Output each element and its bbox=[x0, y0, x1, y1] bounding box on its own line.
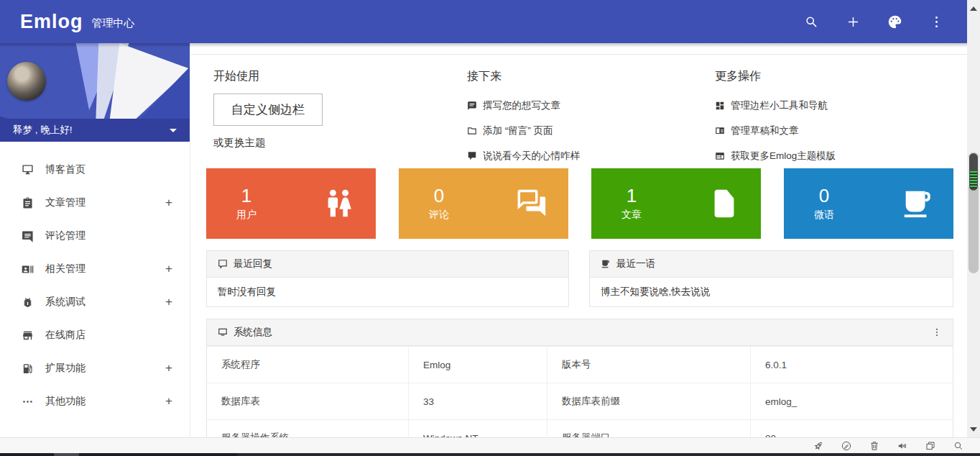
stat-label: 微语 bbox=[814, 209, 834, 222]
table-cell: 服务器操作系统 bbox=[207, 420, 408, 437]
expand-plus-icon[interactable]: + bbox=[165, 262, 172, 276]
sidebar-menu: 博客首页 文章管理 + 评论管理 bbox=[0, 142, 190, 418]
get-themes-link[interactable]: 获取更多Emlog主题模版 bbox=[715, 150, 836, 163]
stat-label: 文章 bbox=[621, 209, 642, 222]
chat-outline-icon bbox=[218, 259, 228, 269]
getting-started-column: 开始使用 自定义侧边栏 或更换主题 bbox=[213, 69, 323, 150]
sidebar-item-extensions[interactable]: 扩展功能 + bbox=[0, 352, 190, 385]
browser-toolbar bbox=[0, 437, 980, 453]
stat-label: 用户 bbox=[236, 209, 256, 222]
sidebar-item-blog-home[interactable]: 博客首页 bbox=[0, 153, 190, 186]
table-cell: 数据库表 bbox=[207, 383, 408, 419]
recent-replies-panel: 最近回复 暂时没有回复 bbox=[206, 250, 569, 307]
scroll-up-arrow-icon[interactable] bbox=[970, 6, 977, 11]
sidebar-item-label: 其他功能 bbox=[45, 395, 85, 408]
volume-icon[interactable] bbox=[897, 440, 908, 452]
taskbar-segment bbox=[54, 453, 79, 456]
trash-icon[interactable] bbox=[869, 440, 880, 452]
add-page-link[interactable]: 添加 “留言” 页面 bbox=[467, 124, 580, 137]
stat-card-microblog[interactable]: 0 微语 bbox=[784, 168, 953, 239]
palette-icon[interactable] bbox=[887, 14, 902, 29]
sidebar-item-label: 相关管理 bbox=[45, 263, 85, 275]
dashboard-icon bbox=[715, 101, 725, 111]
table-cell: 版本号 bbox=[547, 347, 750, 383]
table-row: 服务器操作系统 Windows NT 服务器端口 80 bbox=[207, 419, 953, 437]
app-bar-title: 管理中心 bbox=[92, 17, 135, 30]
more-actions-column: 更多操作 管理边栏小工具和导航 管理草稿和文章 bbox=[715, 69, 836, 175]
sidebar-item-label: 评论管理 bbox=[45, 229, 85, 242]
change-theme-link[interactable]: 或更换主题 bbox=[213, 136, 323, 150]
panel-title: 最近一语 bbox=[616, 257, 655, 270]
table-cell: Emlog bbox=[408, 347, 547, 383]
expand-plus-icon[interactable]: + bbox=[165, 394, 172, 409]
table-row: 系统程序 Emlog 版本号 6.0.1 bbox=[207, 346, 953, 383]
sidebar-item-related[interactable]: 相关管理 + bbox=[0, 252, 190, 286]
expand-plus-icon[interactable]: + bbox=[165, 361, 172, 375]
file-icon bbox=[708, 187, 741, 220]
manage-widgets-link[interactable]: 管理边栏小工具和导航 bbox=[715, 99, 836, 112]
scrollbar-thumb[interactable] bbox=[969, 152, 979, 191]
recent-words-panel: 最近一语 博主不知要说啥,快去说说 bbox=[589, 250, 953, 307]
link-label: 获取更多Emlog主题模版 bbox=[731, 150, 836, 163]
scrollbar-stripes bbox=[970, 171, 977, 188]
panel-body: 暂时没有回复 bbox=[207, 278, 568, 306]
section-title: 开始使用 bbox=[213, 69, 323, 84]
taskbar-strip bbox=[0, 453, 980, 456]
sidebar-item-label: 在线商店 bbox=[45, 329, 85, 342]
stat-card-users[interactable]: 1 用户 bbox=[206, 168, 376, 239]
stat-value: 1 bbox=[627, 186, 637, 206]
reader-icon bbox=[715, 126, 725, 136]
expand-plus-icon[interactable]: + bbox=[165, 295, 172, 309]
ellipsis-icon bbox=[22, 396, 34, 408]
link-label: 管理边栏小工具和导航 bbox=[731, 99, 828, 112]
stat-card-comments[interactable]: 0 评论 bbox=[399, 168, 568, 239]
divider bbox=[190, 54, 967, 55]
table-cell: 服务器端口 bbox=[547, 420, 750, 437]
store-icon bbox=[22, 329, 34, 342]
sidebar-item-store[interactable]: 在线商店 bbox=[0, 319, 190, 352]
avatar[interactable] bbox=[7, 62, 46, 101]
monitor-icon bbox=[22, 164, 34, 176]
chevron-down-icon[interactable] bbox=[170, 129, 177, 132]
scrollbar bbox=[967, 0, 980, 437]
scroll-down-arrow-icon[interactable] bbox=[970, 427, 977, 432]
stat-value: 1 bbox=[241, 186, 251, 206]
chat-icon bbox=[467, 151, 477, 161]
more-vertical-icon[interactable] bbox=[932, 327, 942, 337]
gas-pump-icon bbox=[22, 362, 34, 375]
customize-sidebar-button[interactable]: 自定义侧边栏 bbox=[213, 94, 323, 126]
write-article-link[interactable]: 撰写您的想写文章 bbox=[467, 99, 580, 112]
comments-icon bbox=[515, 187, 548, 220]
scrollbar-track[interactable] bbox=[969, 152, 979, 273]
post-mood-link[interactable]: 说说看今天的心情咋样 bbox=[467, 150, 580, 163]
manage-drafts-link[interactable]: 管理草稿和文章 bbox=[715, 124, 836, 137]
table-cell: 数据库表前缀 bbox=[547, 383, 750, 419]
clipboard-icon bbox=[22, 197, 34, 209]
panel-title: 最近回复 bbox=[234, 257, 272, 270]
sidebar-item-label: 文章管理 bbox=[45, 196, 85, 209]
sidebar-item-other[interactable]: 其他功能 + bbox=[0, 385, 190, 418]
panel-title: 系统信息 bbox=[234, 326, 272, 339]
link-label: 添加 “留言” 页面 bbox=[483, 124, 553, 137]
expand-plus-icon[interactable]: + bbox=[165, 196, 172, 210]
compose-icon[interactable] bbox=[841, 440, 852, 452]
panel-header: 最近回复 bbox=[207, 251, 568, 278]
link-label: 管理草稿和文章 bbox=[731, 124, 799, 137]
add-icon[interactable] bbox=[846, 14, 861, 29]
more-vertical-icon[interactable] bbox=[929, 14, 944, 29]
stat-card-articles[interactable]: 1 文章 bbox=[591, 168, 761, 239]
rocket-icon[interactable] bbox=[813, 440, 824, 452]
sidebar-item-articles[interactable]: 文章管理 + bbox=[0, 186, 190, 219]
table-cell: emlog_ bbox=[750, 383, 953, 419]
sidebar-item-label: 博客首页 bbox=[45, 163, 85, 176]
search-page-icon[interactable] bbox=[953, 440, 964, 452]
search-icon[interactable] bbox=[804, 14, 819, 29]
windows-restore-icon[interactable] bbox=[925, 440, 936, 452]
sidebar-item-debug[interactable]: 系统调试 + bbox=[0, 286, 190, 319]
coffee-small-icon bbox=[601, 259, 611, 269]
sidebar-item-comments[interactable]: 评论管理 bbox=[0, 219, 190, 252]
table-row: 数据库表 33 数据库表前缀 emlog_ bbox=[207, 383, 953, 419]
stat-value: 0 bbox=[819, 186, 829, 206]
system-info-panel: 系统信息 系统程序 Emlog 版本号 6.0.1 数据库表 33 数据库表前缀… bbox=[206, 319, 953, 437]
table-cell: 6.0.1 bbox=[750, 347, 953, 383]
